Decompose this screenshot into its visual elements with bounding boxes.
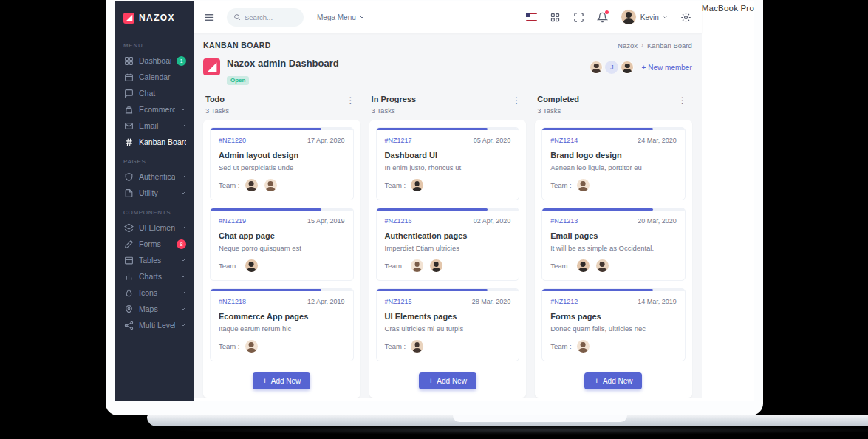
chevron-down-icon bbox=[180, 306, 186, 312]
page-title: KANBAN BOARD bbox=[203, 41, 271, 50]
macbook-shadow bbox=[176, 426, 868, 435]
macbook-base bbox=[147, 415, 868, 426]
add-new-button[interactable]: + Add New bbox=[419, 372, 476, 389]
sidebar-item-icons[interactable]: Icons bbox=[115, 285, 194, 301]
task-date: 14 Mar, 2019 bbox=[638, 298, 677, 305]
sidebar-item-ecommerce[interactable]: Ecommerce bbox=[115, 101, 194, 118]
avatar bbox=[411, 340, 423, 353]
sidebar-item-charts[interactable]: Charts bbox=[115, 268, 194, 285]
new-member-button[interactable]: + New member bbox=[641, 64, 691, 72]
team-label: Team : bbox=[550, 262, 572, 270]
sidebar-item-ui-elements[interactable]: UI Elements bbox=[115, 220, 194, 236]
sidebar-item-tables[interactable]: Tables bbox=[115, 252, 194, 268]
plus-icon: + bbox=[262, 377, 267, 385]
task-id-link[interactable]: #NZ1214 bbox=[550, 137, 578, 144]
task-card[interactable]: #NZ1216 02 Apr, 2020 Authentication page… bbox=[376, 208, 520, 281]
task-id-link[interactable]: #NZ1220 bbox=[219, 137, 246, 144]
breadcrumb-parent[interactable]: Nazox bbox=[618, 41, 638, 50]
member-avatar[interactable] bbox=[590, 61, 603, 74]
mail-icon bbox=[124, 121, 134, 131]
task-card[interactable]: #NZ1213 20 Mar, 2020 Email pages It will… bbox=[541, 208, 686, 281]
task-description: Aenean leo ligula, porttitor eu bbox=[550, 163, 677, 171]
task-id-link[interactable]: #NZ1212 bbox=[550, 298, 578, 305]
sidebar-item-dashboard[interactable]: Dashboard 1 bbox=[115, 52, 194, 69]
page-content: KANBAN BOARD Nazox › Kanban Board Nazox … bbox=[194, 33, 702, 401]
task-date: 17 Apr, 2020 bbox=[307, 137, 345, 144]
add-new-button[interactable]: + Add New bbox=[584, 372, 642, 389]
status-badge: Open bbox=[227, 76, 249, 85]
task-card[interactable]: #NZ1212 14 Mar, 2019 Forms pages Donec q… bbox=[541, 288, 686, 361]
task-card[interactable]: #NZ1214 24 Mar, 2020 Brand logo design A… bbox=[541, 127, 686, 200]
add-new-button[interactable]: + Add New bbox=[253, 372, 310, 389]
calendar-icon bbox=[124, 72, 134, 82]
avatar bbox=[577, 179, 590, 191]
breadcrumb-separator-icon: › bbox=[641, 41, 643, 49]
file-icon bbox=[124, 188, 134, 198]
task-id-link[interactable]: #NZ1217 bbox=[385, 137, 412, 144]
brand-logo[interactable]: NAZOX bbox=[115, 1, 194, 34]
member-avatar[interactable] bbox=[621, 61, 634, 74]
task-title: Email pages bbox=[550, 231, 677, 240]
column-task-count: 3 Tasks bbox=[372, 106, 417, 115]
task-title: Brand logo design bbox=[550, 151, 677, 160]
notifications-bell-icon[interactable] bbox=[597, 12, 608, 23]
sidebar-item-authentication[interactable]: Authentication bbox=[115, 169, 194, 185]
task-card[interactable]: #NZ1215 28 Mar, 2020 UI Elements pages C… bbox=[376, 288, 520, 361]
sidebar-item-utility[interactable]: Utility bbox=[115, 185, 194, 201]
task-id-link[interactable]: #NZ1215 bbox=[385, 298, 412, 305]
task-title: Dashboard UI bbox=[385, 151, 511, 160]
member-avatar-initial[interactable]: J bbox=[605, 61, 618, 74]
avatar bbox=[430, 259, 442, 272]
chevron-down-icon bbox=[180, 174, 186, 180]
team-label: Team : bbox=[219, 181, 240, 189]
task-id-link[interactable]: #NZ1213 bbox=[550, 217, 578, 225]
column-menu-icon[interactable]: ⋮ bbox=[509, 95, 524, 106]
task-id-link[interactable]: #NZ1216 bbox=[385, 217, 412, 225]
apps-grid-icon[interactable] bbox=[550, 12, 561, 23]
chevron-down-icon bbox=[180, 322, 186, 328]
layers-icon bbox=[124, 223, 134, 233]
team-label: Team : bbox=[550, 342, 572, 350]
sidebar-item-maps[interactable]: Maps bbox=[115, 301, 194, 317]
sidebar-item-multi-level[interactable]: Multi Level bbox=[115, 317, 194, 333]
search-input[interactable] bbox=[245, 13, 292, 21]
language-flag-icon[interactable] bbox=[526, 13, 537, 21]
breadcrumb: Nazox › Kanban Board bbox=[618, 41, 692, 50]
sidebar-section-components: COMPONENTS bbox=[115, 201, 194, 220]
task-description: Imperdiet Etiam ultricies bbox=[385, 244, 511, 252]
task-card[interactable]: #NZ1220 17 Apr, 2020 Admin layout design… bbox=[210, 127, 354, 200]
chevron-down-icon bbox=[180, 106, 186, 112]
chevron-down-icon bbox=[180, 273, 186, 279]
user-menu[interactable]: Kevin bbox=[621, 9, 668, 25]
task-title: Ecommerce App pages bbox=[219, 312, 345, 321]
mega-menu-button[interactable]: Mega Menu bbox=[317, 13, 365, 21]
team-label: Team : bbox=[550, 181, 572, 189]
settings-gear-icon[interactable] bbox=[680, 12, 691, 23]
column-title: Todo bbox=[205, 95, 229, 103]
task-id-link[interactable]: #NZ1219 bbox=[219, 217, 246, 225]
map-pin-icon bbox=[124, 304, 134, 314]
dashboard-icon bbox=[124, 56, 134, 66]
sidebar-item-calendar[interactable]: Calendar bbox=[115, 69, 194, 85]
task-card[interactable]: #NZ1219 15 Apr, 2019 Chat app page Neque… bbox=[210, 208, 354, 281]
project-logo-icon bbox=[203, 58, 220, 75]
task-title: Admin layout design bbox=[219, 151, 345, 160]
avatar bbox=[245, 340, 258, 353]
column-menu-icon[interactable]: ⋮ bbox=[344, 95, 358, 106]
sidebar-item-chat[interactable]: Chat bbox=[115, 85, 194, 101]
sidebar-item-kanban-board[interactable]: Kanban Board bbox=[115, 134, 194, 150]
plus-icon: + bbox=[594, 377, 598, 385]
task-description: Neque porro quisquam est bbox=[219, 244, 345, 252]
sidebar-item-email[interactable]: Email bbox=[115, 118, 194, 134]
sidebar-item-forms[interactable]: Forms 8 bbox=[115, 236, 194, 252]
fullscreen-icon[interactable] bbox=[573, 12, 584, 23]
task-card[interactable]: #NZ1217 05 Apr, 2020 Dashboard UI In eni… bbox=[376, 127, 520, 200]
bar-chart-icon bbox=[124, 272, 134, 282]
dashboard-badge: 1 bbox=[177, 56, 186, 66]
task-card[interactable]: #NZ1218 12 Apr, 2019 Ecommerce App pages… bbox=[210, 288, 354, 361]
project-title: Nazox admin Dashboard bbox=[227, 58, 339, 69]
hamburger-menu-icon[interactable] bbox=[204, 12, 215, 23]
nazox-logo-icon bbox=[123, 13, 134, 24]
task-id-link[interactable]: #NZ1218 bbox=[219, 298, 246, 305]
column-menu-icon[interactable]: ⋮ bbox=[675, 95, 690, 106]
